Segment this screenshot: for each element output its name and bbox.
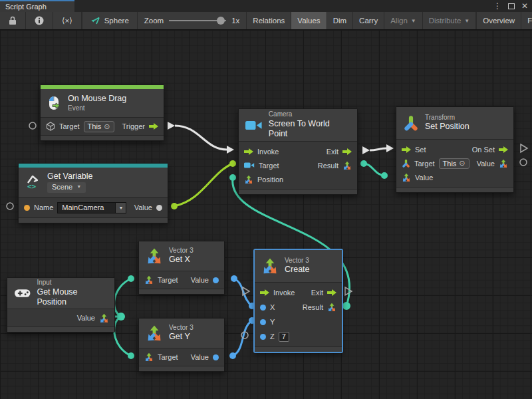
port-value-out[interactable] xyxy=(213,277,219,283)
port-label-target: Target xyxy=(59,122,80,130)
object-picker-icon[interactable]: ⊙ xyxy=(104,122,110,131)
node-screen-to-world-point[interactable]: Camera Screen To World Point Invoke Exit… xyxy=(238,108,358,195)
align-dropdown[interactable]: Align ▼ xyxy=(384,12,423,29)
object-picker-icon[interactable]: ⊙ xyxy=(459,159,465,168)
zoom-control: Zoom 1x xyxy=(138,12,247,29)
vector3-icon xyxy=(499,159,508,168)
chevron-down-icon: ▼ xyxy=(116,202,126,213)
port-label-value: Value xyxy=(191,276,209,284)
info-button[interactable] xyxy=(26,12,53,29)
port-y-in[interactable] xyxy=(260,319,266,325)
port-variable-name-in[interactable] xyxy=(7,203,13,209)
node-get-variable[interactable]: <> Get Variable Scene ▼ Name MainCamera xyxy=(18,163,168,223)
fullscreen-button[interactable]: Full Screen xyxy=(521,12,532,29)
port-gety-target-in[interactable] xyxy=(128,352,134,359)
lock-button[interactable] xyxy=(0,12,26,29)
port-camera-position-in[interactable] xyxy=(229,174,236,181)
values-button[interactable]: Values xyxy=(291,12,327,29)
node-category: Input xyxy=(37,279,108,287)
port-transform-valueout[interactable] xyxy=(520,159,527,166)
node-get-x[interactable]: Vector 3 Get X Target Value xyxy=(138,241,225,295)
vector3-icon xyxy=(342,161,352,170)
port-label-value-out: Value xyxy=(477,160,495,168)
port-label-result: Result xyxy=(303,303,323,311)
node-title: Get Variable xyxy=(47,172,93,182)
node-get-mouse-position[interactable]: Input Get Mouse Position Value xyxy=(7,277,115,332)
relations-button[interactable]: Relations xyxy=(247,12,291,29)
node-category: Vector 3 xyxy=(169,247,194,255)
port-name-in[interactable] xyxy=(24,205,30,211)
port-variable-value-out[interactable] xyxy=(171,203,178,209)
port-getx-target-in[interactable] xyxy=(128,275,134,282)
chevron-down-icon: ▼ xyxy=(76,184,81,190)
more-menu-icon[interactable]: ⋮ xyxy=(493,2,501,10)
port-camera-result-out[interactable] xyxy=(360,160,367,167)
wire-mouse-to-gety xyxy=(114,317,131,356)
code-view-button[interactable]: ⟨×⟩ xyxy=(53,12,82,29)
port-event-target-in[interactable] xyxy=(29,122,36,129)
distribute-dropdown[interactable]: Distribute ▼ xyxy=(423,12,477,29)
port-camera-target-in[interactable] xyxy=(229,160,236,167)
port-label-target: Target xyxy=(414,160,435,168)
port-transform-value-in[interactable] xyxy=(381,172,388,179)
port-trigger-out[interactable] xyxy=(168,122,175,130)
port-label-value: Value xyxy=(191,353,209,361)
port-label-value: Value xyxy=(134,203,152,211)
port-exit-out[interactable] xyxy=(362,146,370,154)
node-category: Vector 3 xyxy=(169,324,194,332)
port-create-result-out[interactable] xyxy=(342,302,350,310)
maximize-icon[interactable] xyxy=(508,3,515,9)
gamepad-icon xyxy=(14,288,31,299)
port-mouse-value-out[interactable] xyxy=(117,313,125,321)
camera-icon xyxy=(244,162,255,169)
variable-icon: <> xyxy=(25,174,41,190)
port-label-position: Position xyxy=(257,176,283,184)
port-x-in[interactable] xyxy=(260,305,266,311)
variable-name-dropdown[interactable]: MainCamera ▼ xyxy=(57,202,126,213)
port-label-target: Target xyxy=(158,276,178,284)
zoom-slider[interactable] xyxy=(169,17,226,25)
port-value-out[interactable] xyxy=(156,205,162,211)
vector3-icon xyxy=(146,247,163,265)
z-value-field[interactable]: 7 xyxy=(279,332,289,342)
target-field[interactable]: This ⊙ xyxy=(439,158,469,169)
node-vector3-create[interactable]: Vector 3 Create Invoke Exit X xyxy=(254,249,342,352)
port-set-in[interactable] xyxy=(386,144,394,152)
graph-canvas[interactable]: On Mouse Drag Event Target This ⊙ Trigge… xyxy=(0,30,532,399)
node-get-y[interactable]: Vector 3 Get Y Target Value xyxy=(138,318,225,372)
tab-script-graph[interactable]: Script Graph xyxy=(0,0,74,12)
port-label-result: Result xyxy=(318,162,338,170)
port-z-in[interactable] xyxy=(260,334,266,340)
transform-icon xyxy=(402,159,410,168)
transform-icon xyxy=(403,115,419,131)
port-label-y: Y xyxy=(270,318,275,326)
node-category: Transform xyxy=(425,114,469,122)
wire-variable-to-target xyxy=(174,164,233,206)
port-invoke-in[interactable] xyxy=(227,146,234,154)
overview-button[interactable]: Overview xyxy=(477,12,521,29)
variable-scope-dropdown[interactable]: Scene ▼ xyxy=(47,182,86,193)
camera-icon xyxy=(245,120,263,131)
port-getx-value-out[interactable] xyxy=(231,275,237,282)
port-label-trigger: Trigger xyxy=(122,122,145,130)
node-title: Set Position xyxy=(425,122,469,132)
close-icon[interactable]: ✕ xyxy=(521,2,528,10)
node-title: Screen To World Point xyxy=(269,119,350,140)
zoom-slider-handle[interactable] xyxy=(217,17,225,25)
flow-arrow-icon xyxy=(402,146,411,153)
wire-mouse-to-getx xyxy=(114,279,131,317)
graph-breadcrumb[interactable]: Sphere xyxy=(82,12,138,29)
flow-arrow-icon xyxy=(149,123,158,130)
node-on-mouse-drag[interactable]: On Mouse Drag Event Target This ⊙ Trigge… xyxy=(40,84,164,141)
port-transform-onset-out[interactable] xyxy=(521,144,527,152)
port-value-out[interactable] xyxy=(213,354,219,360)
node-category: Camera xyxy=(269,110,350,119)
graph-toolbar: ⟨×⟩ Sphere Zoom 1x Relations Values Dim … xyxy=(0,12,532,30)
node-set-position[interactable]: Transform Set Position Set On Set Target xyxy=(396,106,514,193)
target-field[interactable]: This ⊙ xyxy=(84,121,114,132)
wire-exit-to-set xyxy=(370,148,386,150)
node-category: Vector 3 xyxy=(285,257,310,265)
dim-button[interactable]: Dim xyxy=(327,12,353,29)
port-gety-value-out[interactable] xyxy=(229,352,236,359)
carry-button[interactable]: Carry xyxy=(353,12,384,29)
